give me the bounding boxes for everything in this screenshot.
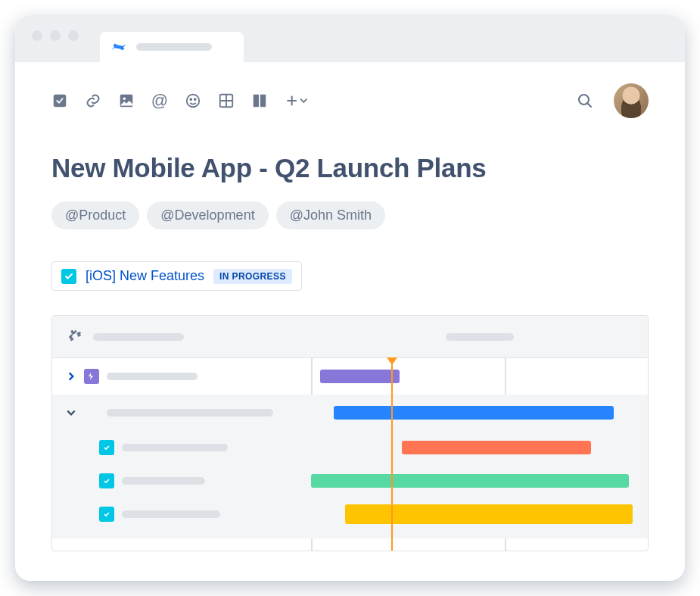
mention-tags: @Product @Development @John Smith [51,201,649,229]
maximize-dot[interactable] [68,30,79,41]
image-icon[interactable] [118,92,135,109]
tab-title-placeholder [136,43,212,51]
task-title-placeholder [122,444,228,451]
status-badge: IN PROGRESS [213,269,292,284]
roadmap-row-task-3[interactable] [52,498,648,531]
roadmap-row-task-2[interactable] [52,464,648,498]
roadmap-source-placeholder [93,333,184,341]
epic-type-icon [84,369,99,384]
task-type-icon [99,473,114,488]
table-icon[interactable] [218,92,235,109]
tag-john-smith[interactable]: @John Smith [276,201,385,229]
window-controls [32,30,79,41]
editor-toolbar: @ [51,83,649,118]
roadmap-widget [51,315,649,551]
page-content: @ New Mobile App - Q2 Launch Plans [15,62,685,551]
roadmap-row-task-1[interactable] [52,431,648,464]
linked-issue-title: [iOS] New Features [86,268,204,284]
page-title: New Mobile App - Q2 Launch Plans [51,153,649,183]
roadmap-row-epic-1[interactable] [52,358,648,395]
roadmap-header [52,316,648,358]
svg-point-2 [123,97,126,100]
gantt-bar-purple[interactable] [320,370,400,383]
app-window: @ New Mobile App - Q2 Launch Plans [15,15,685,581]
jira-logo-icon [66,329,82,345]
gantt-bar-blue[interactable] [334,406,614,420]
gantt-bar-orange[interactable] [402,441,591,454]
tag-development[interactable]: @Development [147,201,268,229]
expand-icon[interactable] [66,371,76,382]
browser-tab[interactable] [100,32,244,62]
today-indicator-marker [387,357,397,365]
confluence-logo-icon [110,39,127,55]
task-type-icon [99,507,114,522]
svg-point-4 [190,98,191,100]
tag-product[interactable]: @Product [51,201,139,229]
titlebar [15,15,685,62]
task-title-placeholder [122,477,205,485]
mention-icon[interactable]: @ [151,92,168,109]
today-indicator-line [391,358,393,551]
link-icon[interactable] [85,92,101,109]
task-type-icon [61,269,76,284]
emoji-icon[interactable] [185,92,201,109]
gantt-bar-green[interactable] [311,474,629,488]
add-more-icon[interactable] [285,92,310,109]
svg-point-5 [194,98,196,100]
minimize-dot[interactable] [50,30,61,41]
svg-rect-10 [260,95,266,108]
svg-rect-0 [54,95,67,108]
task-type-icon [99,440,114,455]
svg-rect-9 [254,95,259,108]
epic-title-placeholder [107,409,273,417]
linked-issue-card[interactable]: [iOS] New Features IN PROGRESS [51,261,302,291]
search-icon[interactable] [576,92,594,110]
svg-line-14 [587,103,591,107]
roadmap-body [52,358,648,551]
epic-title-placeholder [107,373,198,380]
user-avatar[interactable] [614,83,649,118]
collapse-icon[interactable] [66,407,76,418]
layout-icon[interactable] [251,92,268,109]
gantt-bar-yellow[interactable] [345,504,633,524]
roadmap-row-epic-2[interactable] [52,395,648,431]
action-item-icon[interactable] [51,92,68,109]
task-title-placeholder [122,510,220,518]
roadmap-period-placeholder [446,333,514,341]
svg-point-3 [187,95,200,108]
close-dot[interactable] [32,30,42,41]
